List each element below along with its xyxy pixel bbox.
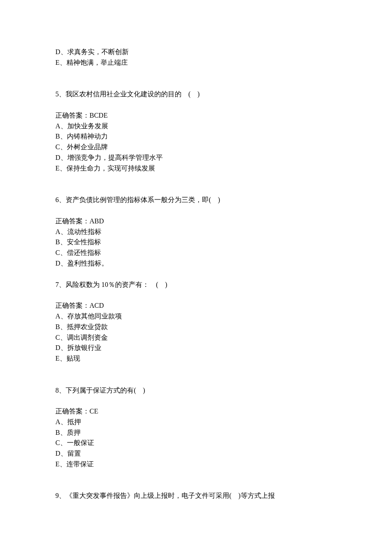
spacer [55,100,337,110]
q7-stem: 7、风险权数为 10％的资产有： ( ) [55,280,337,290]
q5-option-a: A、加快业务发展 [55,121,337,132]
spacer [55,290,337,301]
prev-option-e: E、精神饱满，举止端庄 [55,58,337,68]
q5-stem: 5、我区农村信用社企业文化建设的的目的 ( ) [55,89,337,100]
q8-option-e: E、连带保证 [55,459,337,470]
spacer [55,205,337,216]
document-page: D、求真务实，不断创新 E、精神饱满，举止端庄 5、我区农村信用社企业文化建设的… [0,0,392,535]
spacer [55,364,337,385]
q5-option-e: E、保持生命力，实现可持续发展 [55,163,337,174]
q9-stem: 9、《重大突发事件报告》向上级上报时，电子文件可采用( )等方式上报 [55,491,337,501]
spacer [55,174,337,195]
q8-option-c: C、一般保证 [55,438,337,448]
q6-answer: 正确答案：ABD [55,216,337,227]
q8-option-b: B、质押 [55,428,337,438]
q6-stem: 6、资产负债比例管理的指标体系一般分为三类，即( ) [55,195,337,205]
q5-option-d: D、增强竞争力，提高科学管理水平 [55,153,337,163]
q5-option-b: B、内铸精神动力 [55,131,337,142]
q8-option-d: D、留置 [55,448,337,459]
q7-option-d: D、拆放银行业 [55,343,337,353]
q6-option-c: C、偿还性指标 [55,248,337,258]
q7-option-a: A、存放其他同业款项 [55,311,337,322]
q7-option-c: C、调出调剂资金 [55,332,337,343]
spacer [55,396,337,406]
q6-option-a: A、流动性指标 [55,227,337,237]
q8-option-a: A、抵押 [55,417,337,428]
q7-option-b: B、抵押农业贷款 [55,322,337,332]
spacer [55,68,337,90]
prev-option-d: D、求真务实，不断创新 [55,47,337,58]
q8-stem: 8、下列属于保证方式的有( ) [55,385,337,396]
q5-option-c: C、外树企业品牌 [55,142,337,153]
q6-option-b: B、安全性指标 [55,237,337,248]
q8-answer: 正确答案：CE [55,406,337,417]
q6-option-d: D、盈利性指标。 [55,258,337,269]
spacer [55,470,337,491]
q5-answer: 正确答案：BCDE [55,110,337,121]
spacer [55,269,337,280]
q7-option-e: E、贴现 [55,353,337,364]
q7-answer: 正确答案：ACD [55,301,337,311]
